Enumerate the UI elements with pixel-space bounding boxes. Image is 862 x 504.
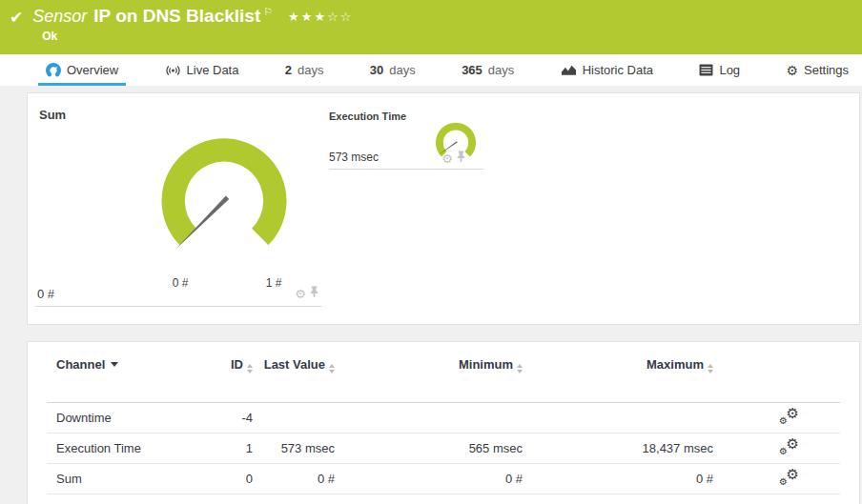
gauge-icon	[46, 63, 61, 78]
gauge-settings-gear-icon[interactable]: ⚙	[441, 152, 453, 165]
maximum-value: 18,437 msec	[523, 441, 713, 455]
tab-bar: Overview Live Data 2 days 30 days 365 da…	[0, 54, 862, 86]
channel-name: Execution Time	[47, 441, 218, 455]
pin-icon[interactable]	[456, 150, 466, 167]
sort-desc-icon	[111, 362, 118, 367]
tab-365-days[interactable]: 365 days	[454, 54, 522, 86]
column-header-channel[interactable]: Channel	[47, 357, 218, 372]
minimum-value: 565 msec	[335, 441, 523, 455]
gauges-panel: Sum 0 # 1 # 0 # ⚙ Execution Time 573 mse…	[27, 92, 860, 325]
gauge-title: Sum	[39, 108, 66, 122]
table-header-row: Channel ID Last Value Minimum Maximum	[47, 342, 840, 403]
sort-icon	[708, 364, 713, 373]
channel-settings-icon[interactable]: ⚙ ⚙	[779, 469, 799, 486]
gauge-scale-min: 0 #	[173, 276, 189, 290]
tab-overview[interactable]: Overview	[38, 54, 126, 86]
minimum-value: 0 #	[335, 472, 523, 486]
channel-settings-icon[interactable]: ⚙ ⚙	[779, 438, 799, 455]
sum-gauge	[144, 125, 304, 273]
last-value: 0 #	[253, 472, 335, 486]
channel-id: 1	[218, 441, 253, 455]
sum-gauge-block: Sum 0 # 1 # 0 # ⚙	[35, 99, 321, 307]
column-header-minimum[interactable]: Minimum	[335, 357, 523, 373]
channel-id: 0	[218, 472, 253, 486]
channel-name: Downtime	[47, 411, 218, 425]
column-header-id[interactable]: ID	[218, 357, 253, 373]
channel-table: Channel ID Last Value Minimum Maximum Do…	[47, 342, 840, 494]
tab-settings[interactable]: ⚙ Settings	[778, 54, 856, 86]
table-row-execution-time[interactable]: Execution Time 1 573 msec 565 msec 18,43…	[47, 433, 840, 464]
column-header-last-value[interactable]: Last Value	[253, 357, 335, 373]
pin-icon[interactable]	[309, 285, 319, 302]
channel-id: -4	[218, 411, 253, 425]
execution-time-gauge-block: Execution Time 573 msec ⚙	[329, 106, 483, 170]
ok-check-icon: ✔	[10, 8, 23, 54]
page-title: IP on DNS Blacklist	[93, 6, 260, 27]
last-value: 573 msec	[253, 441, 335, 455]
maximum-value: 0 #	[523, 472, 713, 486]
sensor-type-label: Sensor	[32, 6, 87, 27]
tab-log[interactable]: Log	[691, 54, 748, 86]
status-text: Ok	[42, 30, 353, 43]
tab-live-data[interactable]: Live Data	[157, 54, 247, 86]
channel-table-panel: Channel ID Last Value Minimum Maximum Do…	[27, 341, 860, 504]
log-list-icon	[699, 64, 713, 76]
channel-name: Sum	[47, 472, 218, 486]
gauge-scale-max: 1 #	[266, 276, 282, 290]
gauge-settings-gear-icon[interactable]: ⚙	[295, 288, 306, 300]
gear-icon: ⚙	[786, 64, 798, 77]
tab-30-days[interactable]: 30 days	[362, 54, 423, 86]
flag-icon[interactable]: ⚐	[263, 1, 273, 22]
live-data-icon	[165, 63, 181, 78]
channel-settings-icon[interactable]: ⚙ ⚙	[779, 408, 799, 425]
gauge-title: Execution Time	[329, 111, 406, 122]
tab-historic-data[interactable]: Historic Data	[553, 54, 661, 86]
column-header-maximum[interactable]: Maximum	[523, 357, 713, 373]
table-row-downtime[interactable]: Downtime -4 ⚙ ⚙	[47, 403, 840, 433]
table-row-sum[interactable]: Sum 0 0 # 0 # 0 # ⚙ ⚙	[47, 464, 840, 494]
gauge-current-value: 0 #	[37, 287, 54, 301]
gauge-current-value: 573 msec	[329, 151, 379, 164]
sensor-status-header: ✔ Sensor IP on DNS Blacklist ⚐ ★★★☆☆ Ok	[0, 0, 862, 54]
tab-2-days[interactable]: 2 days	[277, 54, 332, 86]
area-chart-icon	[561, 64, 577, 77]
priority-stars[interactable]: ★★★☆☆	[288, 7, 353, 28]
